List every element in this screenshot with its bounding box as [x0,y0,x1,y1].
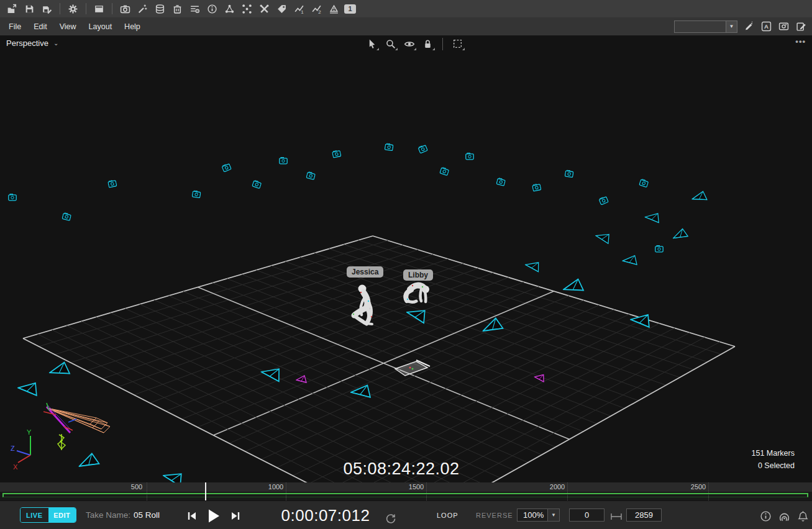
edit-mode-button[interactable]: EDIT [48,508,76,522]
save-icon[interactable] [22,2,37,16]
notifications-icon[interactable] [796,510,809,522]
trash-icon[interactable] [170,2,185,16]
calibration-square[interactable] [389,355,432,380]
timeline-tick-line [567,482,568,500]
camera-frustum[interactable] [670,227,690,245]
camera-marker[interactable] [251,178,263,191]
select-arrow-icon[interactable] [365,37,378,50]
zoom-icon[interactable] [384,37,397,50]
menu-layout[interactable]: Layout [83,17,119,35]
marquee-select-icon[interactable] [451,37,464,50]
range-end-input[interactable]: 2859 [626,509,662,522]
camera-frustum[interactable] [690,190,709,207]
list-settings-icon[interactable] [188,2,202,16]
layout-badge[interactable]: 1 [344,4,356,14]
camera-marker[interactable] [107,178,117,191]
actor-label-libby[interactable]: Libby [403,269,433,281]
camera-frustum[interactable] [258,363,284,386]
visibility-icon[interactable] [403,37,416,50]
graph-2-icon[interactable]: 2 [309,2,324,16]
camera-marker[interactable] [655,244,664,255]
actor-label-jessica[interactable]: Jessica [347,266,383,278]
camera-frustum[interactable] [479,315,506,341]
actor-jessica-skeleton[interactable] [345,283,384,327]
menu-edit[interactable]: Edit [27,17,53,35]
lock-icon[interactable] [421,37,434,50]
camera-frustum[interactable] [622,255,638,268]
loop-toggle[interactable]: LOOP [437,512,458,519]
timeline-tick-line [426,482,427,500]
timeline-range-bar[interactable] [2,493,808,497]
menu-file[interactable]: File [2,17,27,35]
panel-icon[interactable] [92,2,106,16]
edit-wand-icon[interactable] [743,20,755,32]
tools-icon[interactable] [257,2,271,16]
camera-marker[interactable] [221,161,233,175]
camera-frustum[interactable] [593,230,612,248]
svg-text:1: 1 [301,9,304,14]
skip-to-end-button[interactable] [230,510,241,522]
camera-marker[interactable] [417,143,429,156]
playback-speed-select[interactable]: 100% ▼ [517,509,560,522]
skip-to-start-button[interactable] [186,510,198,522]
menu-help[interactable]: Help [118,17,147,35]
camera-marker[interactable] [564,168,574,181]
data-layers-icon[interactable] [153,2,167,16]
range-start-input[interactable]: 0 [569,509,604,522]
camera-marker[interactable] [465,151,474,163]
camera-marker[interactable] [331,148,342,161]
play-button[interactable] [206,508,221,524]
auto-label-icon[interactable]: A [760,20,772,32]
camera-frustum[interactable] [47,360,72,382]
selected-count: 0 Selected [752,459,795,472]
asset-network-icon[interactable] [222,2,237,16]
viewport-3d[interactable]: Perspective ⌄ ••• [0,35,812,482]
camera-frustum[interactable] [523,258,542,276]
camera-icon[interactable] [118,2,132,16]
camera-frustum[interactable] [629,311,652,332]
camera-marker[interactable] [384,142,394,154]
info-circle-icon[interactable] [759,510,772,522]
camera-capture-icon[interactable] [778,20,790,32]
take-name-value[interactable]: 05 Roll [134,510,160,520]
camera-frustum[interactable] [561,277,586,299]
view-selector-label: Perspective [6,38,48,48]
reverse-toggle[interactable]: REVERSE [476,512,513,519]
settings-icon[interactable] [66,2,80,16]
camera-marker[interactable] [495,176,506,189]
info-icon[interactable] [205,2,219,16]
view-selector[interactable]: Perspective ⌄ [6,38,58,48]
wand-icon[interactable] [135,2,150,16]
camera-marker[interactable] [598,194,610,208]
timeline-playhead[interactable] [205,482,206,500]
camera-frustum[interactable] [403,304,429,328]
camera-marker[interactable] [191,189,201,201]
camera-marker[interactable] [305,170,316,183]
camera-marker[interactable] [531,182,542,195]
chevron-down-icon[interactable]: ▼ [726,21,737,32]
loop-playback-icon[interactable] [384,512,396,525]
timeline-track[interactable]: 5001000150020002500 [0,482,812,500]
edit-note-icon[interactable] [795,20,807,32]
viewport-menu-button[interactable]: ••• [795,37,806,46]
chevron-down-icon[interactable]: ▼ [547,509,559,521]
save-as-icon[interactable] [40,2,54,16]
camera-marker[interactable] [61,211,72,224]
camera-marker[interactable] [279,156,288,167]
streaming-icon[interactable] [778,510,790,522]
selection-dropdown[interactable]: ▼ [674,20,737,33]
log-warning-icon[interactable] [327,2,341,16]
menu-view[interactable]: View [53,17,83,35]
camera-marker[interactable] [8,192,17,204]
marker-set-icon[interactable] [240,2,254,16]
camera-frustum[interactable] [350,384,372,402]
camera-marker[interactable] [439,165,450,178]
camera-marker[interactable] [638,177,650,190]
open-file-icon[interactable] [5,2,19,16]
magenta-camera-marker[interactable] [532,372,546,386]
magenta-camera-marker[interactable] [296,375,307,386]
live-mode-button[interactable]: LIVE [21,508,48,522]
camera-frustum[interactable] [644,210,661,226]
label-tag-icon[interactable] [275,2,289,16]
graph-1-icon[interactable]: 1 [292,2,306,16]
